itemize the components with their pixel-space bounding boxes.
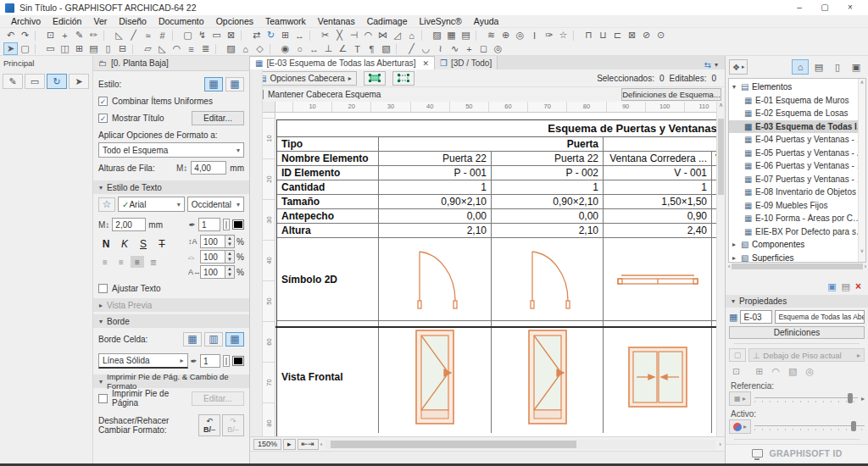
graphisoft-id-bar[interactable]: GRAPHISOFT ID [726, 444, 868, 461]
resize-icon[interactable]: ◿ [390, 29, 404, 42]
publisher-icon[interactable]: ▣ [848, 59, 865, 75]
arc-tool-icon[interactable]: ◡ [419, 42, 433, 55]
align-right-icon[interactable]: ≣ [147, 256, 160, 268]
navigator-settings-button[interactable]: ❖ ▸ [729, 59, 748, 75]
door-tool-icon[interactable]: ◫ [58, 42, 72, 55]
line-type-select[interactable]: Línea Sólida ▸ [98, 353, 188, 369]
suspend-groups-icon[interactable]: ▢ [181, 29, 195, 42]
menu-item[interactable]: Teamwork [259, 15, 312, 28]
tree-item[interactable]: ▦ E-03 Esquema de Todas las Aberturas [729, 120, 865, 134]
floor-select[interactable]: ⊥ Debajo de Piso actual ▸ [748, 348, 865, 362]
menu-item[interactable]: LiveSync® [414, 15, 468, 28]
tree-vertical-scrollbar[interactable]: ∧∨ [858, 79, 865, 262]
cell[interactable]: 1 [379, 180, 492, 194]
zone-tool-icon[interactable]: ⌂ [238, 42, 253, 55]
menu-item[interactable]: Documento [153, 15, 210, 28]
menu-item[interactable]: Ayuda [468, 15, 505, 28]
camera-path-icon[interactable]: ◎ [513, 29, 527, 42]
cell[interactable]: Puerta 22 [379, 152, 492, 165]
multiply-icon[interactable]: ⊞ [278, 29, 292, 42]
pick-up-parameters-icon[interactable]: ✎ [72, 29, 86, 42]
cell[interactable]: Puerta 22 [492, 152, 604, 165]
table-row[interactable]: Nombre Elemento Puerta 22 Puerta 22 Vent… [277, 152, 716, 166]
row-height-input[interactable]: 4,00 [191, 161, 226, 175]
cell[interactable]: 0,90×2,10 [492, 195, 604, 208]
switch-reference-icon[interactable]: ⊡ [732, 366, 740, 377]
guide-lines-icon[interactable]: ╱ [126, 29, 141, 42]
mesh-tool-icon[interactable]: ▨ [224, 42, 238, 55]
tree-item[interactable]: ▦ E-07 Puertas y Ventanas - PVC [729, 173, 865, 186]
trace-reference-toggle[interactable]: ▢ [729, 348, 746, 362]
vertical-scrollbar[interactable]: ∧ [716, 102, 725, 436]
close-tab-icon[interactable]: ✕ [422, 59, 429, 68]
table-row[interactable]: Cantidad 1 1 1 [277, 180, 716, 195]
definitions-button[interactable]: Definiciones [729, 326, 865, 339]
magic-wand-icon[interactable]: ↯ [195, 29, 209, 42]
menu-item[interactable]: Cadimage [361, 15, 414, 28]
page-navigation-button[interactable]: ⇤⇥ [298, 439, 319, 450]
cell[interactable]: 1,50×1,50 [604, 195, 712, 208]
tree-group-elementos[interactable]: ▾ ▤ Elementos [729, 80, 865, 94]
cell[interactable]: 0,90 [604, 209, 712, 223]
intersect-icon[interactable]: ⋈ [376, 29, 390, 42]
window-plan-symbol[interactable] [604, 238, 712, 320]
cell[interactable]: P - 002 [492, 166, 604, 180]
scrollbar-thumb[interactable] [732, 264, 862, 269]
spline-tool-icon[interactable]: ∿ [448, 42, 462, 55]
gravity-icon[interactable]: ◺ [112, 29, 126, 42]
wrap-text-checkbox[interactable] [98, 284, 108, 293]
level-dimension-tool-icon[interactable]: ⊥ [321, 42, 336, 55]
expand-icon[interactable]: ▸ [732, 254, 741, 262]
rotate-icon[interactable]: ↻ [264, 29, 278, 42]
new-folder-icon[interactable]: ▤ [842, 281, 850, 292]
scroll-left-icon[interactable]: ‹ [320, 441, 323, 448]
object-tool-icon[interactable]: ◉ [278, 42, 292, 55]
sliding-window-elevation-symbol[interactable] [604, 321, 712, 433]
cell[interactable]: Ventana Corredera ... [604, 152, 712, 165]
hotspot-tool-icon[interactable]: + [462, 42, 476, 55]
dimension-tool-icon[interactable]: ↔ [307, 42, 321, 55]
beam-tool-icon[interactable]: ⊟ [115, 42, 130, 55]
select-elements-button[interactable] [364, 71, 386, 86]
tree-item[interactable]: ▦ EIE-BX Por Defecto para salida BIMx [729, 225, 865, 239]
active-opacity-slider[interactable] [754, 421, 865, 433]
window-tool-icon[interactable]: ⊞ [72, 42, 86, 55]
shell-tool-icon[interactable]: ◠ [170, 42, 184, 55]
fillet-icon[interactable]: ◠ [361, 29, 376, 42]
table-row[interactable]: Antepecho 0,00 0,00 0,90 [277, 209, 716, 224]
table-row[interactable]: Altura 2,10 2,10 2,40 [277, 224, 716, 238]
width-factor-input[interactable]: 100 [200, 250, 225, 264]
border-horizontal-icon[interactable]: ▥ [204, 332, 223, 347]
footer-section[interactable]: ▾ Imprimir Pie de Pág. & Cambio de Forma… [93, 374, 249, 388]
tree-item[interactable]: ▦ E-06 Puertas y Ventanas - Hierro [729, 159, 865, 173]
angle-dimension-tool-icon[interactable]: ∠ [336, 42, 350, 55]
properties-section[interactable]: ▾ Propiedades [726, 295, 868, 308]
edit-footer-button[interactable]: Editar... [192, 391, 244, 406]
undo-format-button[interactable]: ↶B/– [198, 414, 220, 436]
door-plan-symbol[interactable] [492, 238, 604, 320]
italic-button[interactable]: K [117, 237, 132, 251]
line-tool-icon[interactable]: ╱ [404, 42, 419, 55]
reference-preview-button[interactable]: ▦ ▸ [729, 391, 751, 406]
border-color-chip[interactable] [232, 356, 244, 366]
snap-grid-icon[interactable]: # [155, 29, 170, 42]
snap-guides-icon[interactable]: ≈ [141, 29, 155, 42]
surfaces-icon[interactable]: ▦ [444, 29, 459, 42]
ghost-contour-icon[interactable]: ◠ [771, 366, 780, 377]
style-grid-b-icon[interactable]: ▦ [225, 77, 244, 92]
tree-item[interactable]: ▦ E-08 Inventario de Objetos [729, 186, 865, 199]
figure-tool-icon[interactable]: ◻ [476, 42, 491, 55]
orbit-icon[interactable]: ↻ [47, 74, 67, 89]
renovation-new-icon[interactable]: ⊏ [610, 29, 625, 42]
tab-list-icon[interactable]: ▾ [715, 61, 718, 69]
cell[interactable]: 2,10 [492, 224, 604, 237]
table-row[interactable]: Tamaño 0,90×2,10 0,90×2,10 1,50×1,50 [277, 195, 716, 209]
renovation-override-icon[interactable]: ⊘ [639, 29, 654, 42]
tab-schedule[interactable]: ▦ [E-03 Esquema de Todas las Aberturas] … [250, 56, 435, 69]
scrollbar-thumb[interactable] [331, 441, 576, 448]
favorites-icon[interactable]: ☆ [556, 29, 570, 42]
steel-profile-icon[interactable]: I [527, 29, 542, 42]
maximize-button[interactable]: ▢ [812, 0, 837, 15]
combine-items-checkbox[interactable]: ✓ [98, 97, 108, 106]
schedule-id-field[interactable]: E-03 [740, 310, 772, 324]
